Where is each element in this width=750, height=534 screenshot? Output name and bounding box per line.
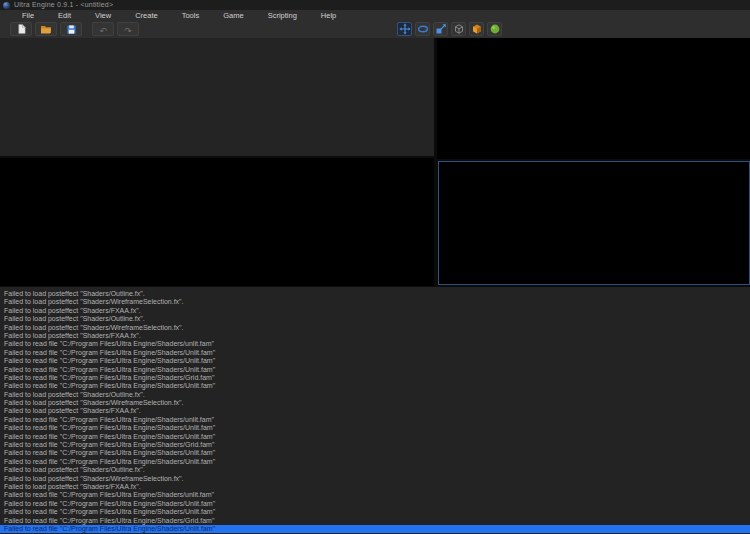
- console-line[interactable]: Failed to read file "C:/Program Files/Ul…: [0, 433, 750, 441]
- viewport-top-right[interactable]: [437, 38, 750, 159]
- console-line[interactable]: Failed to read file "C:/Program Files/Ul…: [0, 517, 750, 525]
- menu-item-help[interactable]: Help: [309, 10, 348, 21]
- menu-item-game[interactable]: Game: [211, 10, 255, 21]
- textured-box-button[interactable]: [469, 22, 484, 36]
- console-line[interactable]: Failed to read file "C:/Program Files/Ul…: [0, 416, 750, 424]
- window-title: Ultra Engine 0.9.1 - <untitled>: [14, 0, 113, 10]
- redo-icon: ↷: [124, 20, 132, 38]
- undo-icon: ↶: [99, 20, 107, 38]
- console-line[interactable]: Failed to read file "C:/Program Files/Ul…: [0, 508, 750, 516]
- console-line[interactable]: Failed to load posteffect "Shaders/FXAA.…: [0, 483, 750, 491]
- console-line[interactable]: Failed to read file "C:/Program Files/Ul…: [0, 366, 750, 374]
- viewport-grid: [0, 38, 750, 287]
- scale-tool-button[interactable]: [433, 22, 448, 36]
- wireframe-cube-icon: [453, 23, 465, 35]
- console-line[interactable]: Failed to read file "C:/Program Files/Ul…: [0, 349, 750, 357]
- move-tool-button[interactable]: [397, 22, 412, 36]
- console-line[interactable]: Failed to load posteffect "Shaders/Wiref…: [0, 475, 750, 483]
- rotate-tool-button[interactable]: [415, 22, 430, 36]
- console-line[interactable]: Failed to load posteffect "Shaders/Outli…: [0, 466, 750, 474]
- app-logo-icon: [3, 2, 10, 9]
- menu-item-edit[interactable]: Edit: [46, 10, 83, 21]
- console-line[interactable]: Failed to load posteffect "Shaders/FXAA.…: [0, 307, 750, 315]
- physics-sphere-icon: [489, 23, 501, 35]
- console-line[interactable]: Failed to read file "C:/Program Files/Ul…: [0, 458, 750, 466]
- console-line[interactable]: Failed to read file "C:/Program Files/Ul…: [0, 357, 750, 365]
- save-button[interactable]: [60, 22, 82, 36]
- title-bar[interactable]: Ultra Engine 0.9.1 - <untitled>: [0, 0, 750, 10]
- console-line[interactable]: Failed to read file "C:/Program Files/Ul…: [0, 382, 750, 390]
- toolbar: ↶↷: [0, 21, 750, 38]
- console-line[interactable]: Failed to load posteffect "Shaders/Wiref…: [0, 324, 750, 332]
- console-line[interactable]: Failed to read file "C:/Program Files/Ul…: [0, 374, 750, 382]
- console-line[interactable]: Failed to load posteffect "Shaders/FXAA.…: [0, 332, 750, 340]
- menu-bar: FileEditViewCreateToolsGameScriptingHelp: [0, 10, 750, 21]
- console-line[interactable]: Failed to load posteffect "Shaders/Outli…: [0, 315, 750, 323]
- toolbar-edit-group: ↶↷: [92, 22, 139, 36]
- viewport-bottom-right-selected[interactable]: [438, 161, 750, 285]
- open-folder-icon: [40, 24, 52, 35]
- console-line[interactable]: Failed to load posteffect "Shaders/Wiref…: [0, 298, 750, 306]
- toolbar-file-group: [10, 22, 82, 36]
- undo-button[interactable]: ↶: [92, 22, 114, 36]
- scale-tool-icon: [435, 23, 447, 35]
- console-line[interactable]: Failed to read file "C:/Program Files/Ul…: [0, 424, 750, 432]
- viewport-bottom-left[interactable]: [0, 158, 434, 286]
- console-line-selected[interactable]: Failed to read file "C:/Program Files/Ul…: [0, 525, 750, 533]
- console-line[interactable]: Failed to load posteffect "Shaders/Outli…: [0, 391, 750, 399]
- physics-sphere-button[interactable]: [487, 22, 502, 36]
- console-line[interactable]: Failed to read file "C:/Program Files/Ul…: [0, 449, 750, 457]
- console-line[interactable]: Failed to read file "C:/Program Files/Ul…: [0, 441, 750, 449]
- textured-box-icon: [471, 23, 483, 35]
- viewport-top-left[interactable]: [0, 38, 434, 156]
- save-icon: [66, 24, 77, 35]
- ultra-engine-window: Ultra Engine 0.9.1 - <untitled> FileEdit…: [0, 0, 750, 534]
- console-line[interactable]: Failed to load posteffect "Shaders/Outli…: [0, 290, 750, 298]
- move-tool-icon: [399, 23, 411, 35]
- console-line[interactable]: Failed to read file "C:/Program Files/Ul…: [0, 500, 750, 508]
- open-folder-button[interactable]: [35, 22, 57, 36]
- console-line[interactable]: Failed to read file "C:/Program Files/Ul…: [0, 340, 750, 348]
- new-file-button[interactable]: [10, 22, 32, 36]
- rotate-tool-icon: [417, 23, 429, 35]
- console-line[interactable]: Failed to load posteffect "Shaders/FXAA.…: [0, 407, 750, 415]
- console-line[interactable]: Failed to read file "C:/Program Files/Ul…: [0, 491, 750, 499]
- menu-item-tools[interactable]: Tools: [170, 10, 212, 21]
- redo-button[interactable]: ↷: [117, 22, 139, 36]
- console-log[interactable]: Failed to load posteffect "Shaders/Outli…: [0, 287, 750, 534]
- console-line[interactable]: Failed to load posteffect "Shaders/Wiref…: [0, 399, 750, 407]
- wireframe-cube-button[interactable]: [451, 22, 466, 36]
- menu-item-scripting[interactable]: Scripting: [256, 10, 309, 21]
- toolbar-tool-group: [397, 22, 502, 36]
- menu-item-file[interactable]: File: [10, 10, 46, 21]
- new-file-icon: [16, 23, 27, 35]
